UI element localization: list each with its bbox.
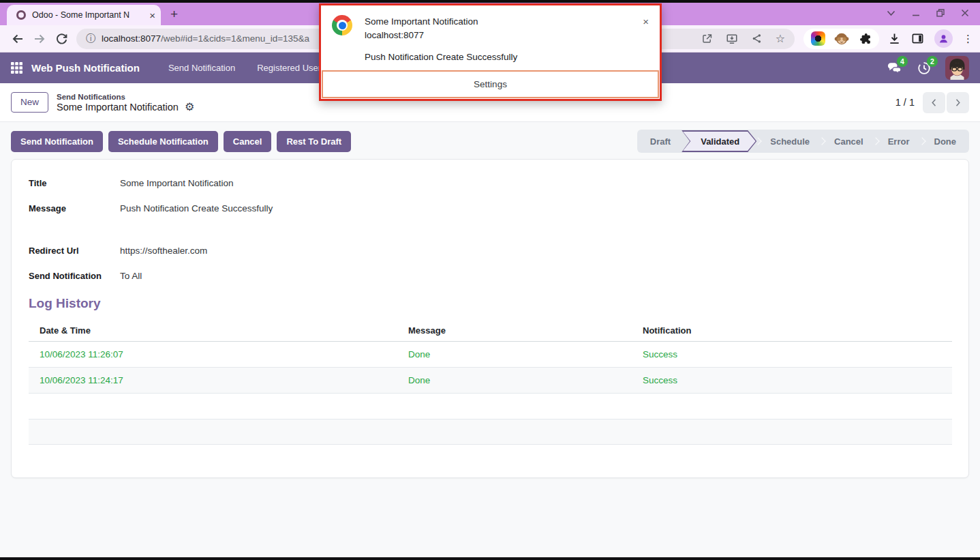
- title-field-value[interactable]: Some Important Notification: [120, 178, 951, 188]
- schedule-notification-button[interactable]: Schedule Notification: [108, 131, 218, 152]
- pager-previous-button[interactable]: [923, 92, 945, 113]
- colorwheel-extension-icon[interactable]: [811, 31, 825, 46]
- statusbar: Draft Validated Schedule Cancel Error Do…: [637, 130, 969, 153]
- cell-message[interactable]: Done: [397, 349, 632, 359]
- rest-to-draft-button[interactable]: Rest To Draft: [277, 131, 351, 152]
- install-app-icon[interactable]: [726, 33, 738, 45]
- forward-icon[interactable]: [29, 28, 50, 50]
- cell-datetime[interactable]: 10/06/2023 11:26:07: [29, 349, 397, 359]
- tab-title: Odoo - Some Important N: [32, 10, 147, 20]
- table-empty-row: [29, 394, 952, 419]
- status-step-error[interactable]: Error: [877, 136, 921, 147]
- site-info-icon[interactable]: ⓘ: [86, 33, 95, 45]
- notification-title: Some Important Notification: [365, 15, 649, 29]
- pager-count: 1 / 1: [895, 97, 915, 108]
- browser-tab[interactable]: Odoo - Some Important N ×: [7, 5, 161, 25]
- table-row[interactable]: 10/06/2023 11:26:07 Done Success: [29, 342, 952, 368]
- odoo-favicon-icon: [16, 10, 26, 20]
- close-window-icon[interactable]: [961, 9, 969, 17]
- apps-grid-icon[interactable]: [11, 62, 22, 74]
- side-panel-icon[interactable]: [911, 32, 924, 45]
- browser-profile-icon[interactable]: [934, 29, 953, 48]
- monkey-extension-icon[interactable]: [834, 31, 849, 46]
- action-gear-icon[interactable]: ⚙: [185, 102, 194, 113]
- window-bottom-edge: [0, 557, 980, 560]
- messages-button[interactable]: 4: [885, 59, 903, 77]
- extensions-pill: [803, 29, 879, 49]
- status-active-label: Validated: [701, 136, 739, 147]
- push-notification-popup[interactable]: Some Important Notification localhost:80…: [319, 3, 662, 101]
- downloads-icon[interactable]: [888, 32, 901, 45]
- column-date-time[interactable]: Date & Time: [29, 325, 397, 336]
- column-message[interactable]: Message: [397, 325, 632, 336]
- redirect-url-field-value[interactable]: https://softhealer.com: [120, 246, 951, 256]
- activities-badge: 2: [927, 56, 938, 67]
- breadcrumb: Send Notifications Some Important Notifi…: [57, 93, 194, 113]
- log-history-table: Date & Time Message Notification 10/06/2…: [29, 319, 952, 445]
- notification-body: Push Notification Create Successfully: [365, 52, 649, 62]
- cell-datetime[interactable]: 10/06/2023 11:24:17: [29, 375, 397, 385]
- toolbar-right: ⋮: [888, 29, 973, 48]
- status-step-validated-active[interactable]: Validated: [682, 130, 756, 152]
- status-step-cancel[interactable]: Cancel: [823, 136, 874, 147]
- status-step-schedule[interactable]: Schedule: [759, 136, 821, 147]
- status-step-draft[interactable]: Draft: [639, 136, 682, 147]
- notification-settings-button[interactable]: Settings: [322, 70, 659, 98]
- notification-close-icon[interactable]: ×: [643, 16, 649, 27]
- extensions-puzzle-icon[interactable]: [858, 32, 872, 46]
- tab-close-icon[interactable]: ×: [149, 10, 155, 20]
- pager: 1 / 1: [895, 92, 969, 113]
- notification-content: Some Important Notification localhost:80…: [321, 5, 660, 62]
- message-field-label: Message: [29, 203, 120, 213]
- chrome-logo-icon: [332, 15, 352, 35]
- table-empty-row: [29, 419, 952, 445]
- back-icon[interactable]: [7, 28, 29, 50]
- action-buttons: Send Notification Schedule Notification …: [11, 131, 351, 152]
- breadcrumb-current: Some Important Notification: [57, 102, 179, 113]
- reload-icon[interactable]: [50, 28, 72, 50]
- redirect-url-field-label: Redirect Url: [29, 246, 120, 256]
- messages-badge: 4: [897, 56, 908, 67]
- screen: Odoo - Some Important N × +: [0, 0, 980, 560]
- message-field-value[interactable]: Push Notification Create Successfully: [120, 203, 951, 213]
- cell-notification[interactable]: Success: [632, 349, 952, 359]
- navbar-right: 4 2: [885, 56, 969, 80]
- bookmark-star-icon[interactable]: ☆: [776, 33, 785, 44]
- cell-message[interactable]: Done: [397, 375, 632, 385]
- pager-next-button[interactable]: [947, 92, 969, 113]
- status-step-done[interactable]: Done: [923, 136, 968, 147]
- restore-window-icon[interactable]: [936, 9, 945, 17]
- app-name[interactable]: Web Push Notification: [31, 62, 140, 74]
- table-row[interactable]: 10/06/2023 11:24:17 Done Success: [29, 368, 952, 394]
- url-host: localhost:8077: [102, 33, 161, 44]
- url-path: /web#id=1&cids=1&menu_id=135&a: [161, 33, 309, 44]
- share-icon[interactable]: [751, 33, 763, 44]
- activities-button[interactable]: 2: [915, 59, 933, 77]
- new-tab-button[interactable]: +: [170, 8, 178, 20]
- address-bar-actions: ☆: [701, 33, 785, 45]
- chevron-left-icon: [931, 98, 937, 107]
- column-notification[interactable]: Notification: [632, 325, 952, 336]
- log-history-heading: Log History: [29, 296, 951, 311]
- search-tabs-chevron-icon[interactable]: [887, 10, 895, 16]
- form-actions-row: Send Notification Schedule Notification …: [0, 122, 980, 153]
- table-header-row: Date & Time Message Notification: [29, 319, 952, 342]
- user-avatar[interactable]: [945, 56, 969, 80]
- breadcrumb-parent[interactable]: Send Notifications: [57, 93, 194, 101]
- new-button[interactable]: New: [11, 92, 48, 113]
- open-in-new-icon[interactable]: [701, 33, 713, 44]
- send-notification-field-label: Send Notification: [29, 271, 120, 281]
- form-sheet: Title Some Important Notification Messag…: [11, 159, 969, 478]
- chevron-right-icon: [955, 98, 961, 107]
- cancel-button[interactable]: Cancel: [224, 131, 272, 152]
- minimize-icon[interactable]: [912, 9, 920, 17]
- send-notification-field-value[interactable]: To All: [120, 271, 951, 281]
- browser-menu-kebab-icon[interactable]: ⋮: [963, 33, 973, 45]
- notification-source: localhost:8077: [365, 29, 649, 42]
- send-notification-button[interactable]: Send Notification: [11, 131, 103, 152]
- title-field-label: Title: [29, 178, 120, 188]
- cell-notification[interactable]: Success: [632, 375, 952, 385]
- menu-send-notification[interactable]: Send Notification: [157, 53, 246, 83]
- window-controls: [887, 9, 969, 17]
